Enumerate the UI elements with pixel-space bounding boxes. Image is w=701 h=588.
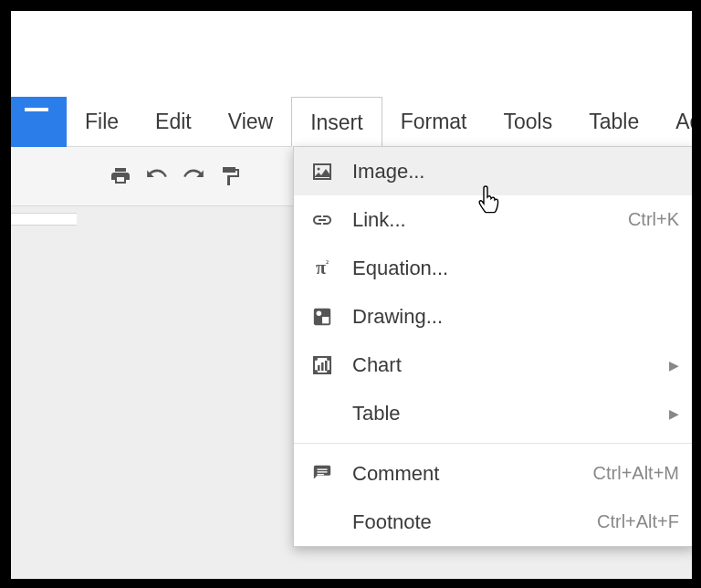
redo-button[interactable] (175, 158, 212, 194)
dropdown-item-label: Comment (352, 462, 593, 486)
app-window: File Edit View Insert Format Tools Table… (11, 11, 692, 579)
dropdown-item-footnote[interactable]: Footnote Ctrl+Alt+F (294, 498, 692, 546)
svg-rect-15 (318, 474, 324, 475)
docs-logo[interactable] (11, 97, 67, 147)
dropdown-shortcut: Ctrl+Alt+M (593, 463, 679, 484)
dropdown-item-label: Drawing... (352, 305, 679, 329)
dropdown-item-drawing[interactable]: Drawing... (294, 292, 692, 341)
ruler-fragment (11, 213, 77, 226)
link-icon (309, 206, 336, 234)
dropdown-item-label: Link... (352, 208, 628, 232)
dropdown-separator (294, 443, 692, 444)
svg-rect-12 (325, 361, 328, 371)
titlebar-space (11, 11, 692, 97)
image-icon (309, 158, 336, 185)
menu-table[interactable]: Table (570, 97, 657, 147)
menu-addons[interactable]: Add-o (657, 97, 692, 147)
comment-icon (309, 460, 336, 488)
dropdown-shortcut: Ctrl+K (628, 209, 679, 230)
paint-format-button[interactable] (212, 158, 248, 194)
dropdown-item-equation[interactable]: π² Equation... (294, 244, 692, 292)
drawing-icon (309, 303, 336, 331)
submenu-arrow-icon: ▶ (669, 406, 679, 421)
svg-rect-14 (318, 471, 328, 472)
menu-view[interactable]: View (210, 97, 291, 147)
redo-icon (182, 164, 205, 188)
menu-file[interactable]: File (67, 97, 137, 147)
menu-format[interactable]: Format (382, 97, 486, 147)
menu-insert[interactable]: Insert (291, 97, 382, 147)
table-icon (309, 400, 336, 427)
menu-bar: File Edit View Insert Format Tools Table… (67, 97, 692, 147)
dropdown-item-chart[interactable]: Chart ▶ (294, 341, 692, 389)
undo-icon (145, 164, 169, 188)
svg-point-6 (314, 357, 318, 361)
dropdown-item-label: Footnote (352, 510, 597, 534)
svg-point-1 (318, 167, 320, 170)
print-button[interactable] (102, 158, 139, 194)
equation-icon: π² (309, 255, 336, 282)
svg-point-8 (314, 370, 318, 373)
svg-point-7 (327, 357, 330, 361)
submenu-arrow-icon: ▶ (669, 358, 679, 373)
print-icon (110, 165, 131, 187)
undo-button[interactable] (139, 158, 175, 194)
dropdown-item-comment[interactable]: Comment Ctrl+Alt+M (294, 449, 692, 498)
svg-rect-4 (322, 317, 329, 323)
insert-dropdown: Image... Link... Ctrl+K π² Equation... D… (293, 146, 692, 547)
chart-icon (309, 352, 336, 379)
dropdown-item-table[interactable]: Table ▶ (294, 389, 692, 437)
dropdown-item-label: Image... (352, 160, 679, 184)
menu-edit[interactable]: Edit (137, 97, 210, 147)
svg-point-3 (317, 310, 322, 316)
dropdown-item-label: Chart (352, 353, 669, 377)
dropdown-shortcut: Ctrl+Alt+F (597, 511, 679, 532)
svg-rect-11 (321, 362, 324, 371)
dropdown-item-link[interactable]: Link... Ctrl+K (294, 195, 692, 244)
footnote-icon (309, 509, 336, 536)
dropdown-item-image[interactable]: Image... (294, 147, 692, 195)
svg-point-9 (327, 370, 330, 373)
menu-tools[interactable]: Tools (486, 97, 571, 147)
svg-rect-10 (318, 365, 320, 371)
svg-rect-13 (318, 468, 328, 469)
paint-format-icon (219, 165, 241, 187)
dropdown-item-label: Table (352, 402, 669, 425)
dropdown-item-label: Equation... (352, 257, 679, 280)
